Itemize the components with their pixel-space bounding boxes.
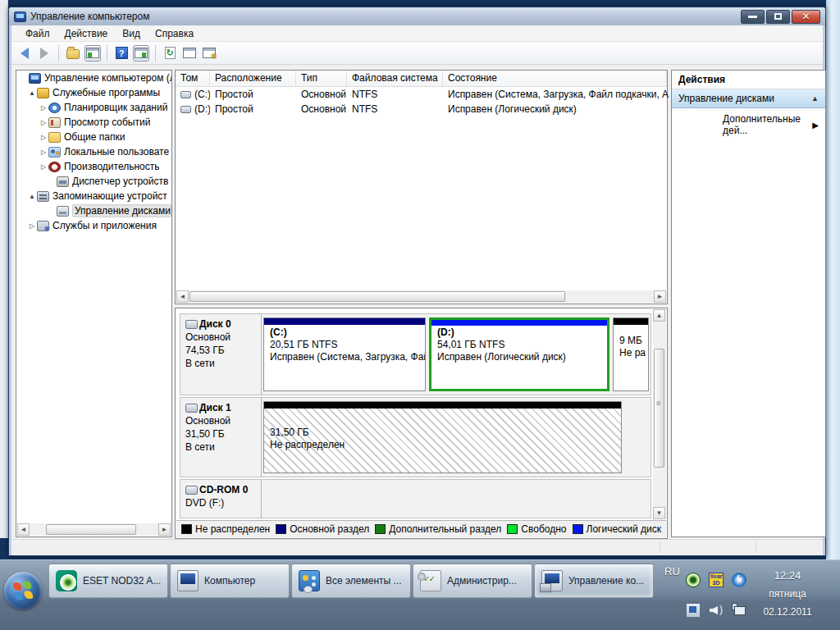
menu-help[interactable]: Справка: [148, 26, 201, 41]
expander-icon[interactable]: ▷: [39, 119, 48, 126]
column-type[interactable]: Тип: [296, 71, 347, 86]
tray-eset-icon[interactable]: [686, 573, 701, 587]
computer-icon: [29, 73, 41, 84]
partition-unallocated-9mb[interactable]: 9 МБ Не ра: [613, 317, 649, 391]
clock-icon: [48, 103, 61, 113]
expander-icon[interactable]: ▷: [39, 163, 48, 171]
tree-item-performance[interactable]: ▷ Производительность: [16, 159, 171, 174]
disk-0-label[interactable]: Диск 0 Основной 74,53 ГБ В сети: [180, 314, 262, 395]
windows-logo-icon: [13, 581, 34, 601]
legend-primary: Основной раздел: [276, 523, 369, 535]
restore-button[interactable]: [766, 10, 790, 24]
tray-lightning-icon[interactable]: ϟ: [732, 573, 746, 587]
expander-icon[interactable]: ▲: [28, 193, 36, 200]
actions-section-disk-management[interactable]: Управление дисками ▲: [672, 89, 825, 108]
disk-pane-vertical-scrollbar[interactable]: ▲ ▼: [653, 309, 666, 519]
export-list-icon[interactable]: [65, 45, 81, 62]
expander-icon[interactable]: ▷: [39, 104, 48, 112]
tray-xear3d-icon[interactable]: Xear 3D: [709, 573, 724, 587]
tree-item-device-manager[interactable]: Диспетчер устройств: [16, 174, 171, 189]
volume-row-d[interactable]: (D:) Простой Основной NTFS Исправен (Лог…: [176, 102, 667, 116]
scroll-up-icon[interactable]: ▲: [653, 309, 665, 322]
tray-graphics-icon[interactable]: [686, 603, 701, 618]
legend-logical: Логический диск: [573, 523, 662, 535]
users-icon: [48, 147, 61, 158]
toolbar: ? ↻: [11, 42, 823, 65]
disk-1-label[interactable]: Диск 1 Основной 31,50 ГБ В сети: [180, 398, 262, 477]
start-button[interactable]: [4, 572, 42, 609]
legend-swatch: [573, 524, 583, 534]
scroll-left-icon[interactable]: ◄: [17, 523, 30, 536]
scroll-down-icon[interactable]: ▼: [653, 507, 665, 519]
column-layout[interactable]: Расположение: [210, 71, 296, 86]
language-indicator[interactable]: RU: [664, 565, 680, 578]
control-panel-icon: [299, 570, 320, 591]
tree-horizontal-scrollbar[interactable]: ◄ ►: [17, 523, 171, 536]
tree-item-disk-management[interactable]: Управление дисками: [16, 203, 171, 218]
tree-item-services[interactable]: ▷ Службы и приложения: [16, 218, 171, 233]
legend-swatch: [375, 524, 386, 534]
partition-unallocated-disk1[interactable]: 31,50 ГБ Не распределен: [263, 401, 622, 473]
scrollbar-thumb[interactable]: [189, 291, 565, 302]
column-filesystem[interactable]: Файловая система: [347, 71, 443, 86]
back-arrow-icon[interactable]: [16, 45, 33, 62]
scroll-left-icon[interactable]: ◄: [176, 290, 189, 303]
taskbar-button-eset[interactable]: ESET NOD32 A...: [48, 564, 168, 598]
column-status[interactable]: Состояние: [443, 71, 667, 86]
tray-network-icon[interactable]: [732, 603, 746, 618]
help-icon[interactable]: ?: [113, 45, 130, 62]
volume-row-c[interactable]: (C:) Простой Основной NTFS Исправен (Сис…: [176, 87, 667, 102]
toolbar-separator: [107, 45, 107, 62]
menu-file[interactable]: Файл: [18, 26, 57, 41]
collapse-icon[interactable]: ▲: [811, 94, 819, 103]
show-console-tree-icon[interactable]: [84, 45, 101, 62]
taskbar-button-control-panel[interactable]: Все элементы ...: [291, 564, 411, 598]
device-manager-icon: [57, 176, 69, 187]
refresh-icon[interactable]: ↻: [162, 45, 178, 62]
partition-color-strip: [614, 318, 648, 325]
partition-d-selected[interactable]: (D:) 54,01 ГБ NTFS Исправен (Логический …: [429, 317, 609, 391]
volume-list-horizontal-scrollbar[interactable]: ◄ ►: [176, 290, 666, 303]
tree-item-task-scheduler[interactable]: ▷ Планировщик заданий: [16, 100, 171, 115]
tree-item-computer-management[interactable]: Управление компьютером (л: [16, 71, 171, 85]
taskbar-button-computer[interactable]: Компьютер: [170, 564, 290, 598]
partition-c[interactable]: (C:) 20,51 ГБ NTFS Исправен (Система, За…: [263, 317, 426, 391]
manage-icon[interactable]: [201, 45, 217, 62]
tray-volume-icon[interactable]: [709, 603, 724, 618]
menu-view[interactable]: Вид: [115, 26, 148, 41]
admin-tools-icon: [420, 570, 441, 591]
taskbar-button-computer-management[interactable]: Управление ко...: [534, 564, 654, 598]
clock-day: пятница: [748, 585, 827, 603]
show-action-pane-icon[interactable]: [133, 45, 149, 62]
expander-icon[interactable]: ▷: [28, 222, 36, 230]
scrollbar-thumb[interactable]: [46, 524, 136, 535]
disk-0-row: Диск 0 Основной 74,53 ГБ В сети (C:) 20,…: [180, 313, 651, 395]
forward-arrow-icon[interactable]: [36, 45, 52, 62]
properties-icon[interactable]: [181, 45, 198, 62]
scroll-right-icon[interactable]: ►: [654, 290, 666, 303]
tree-item-local-users[interactable]: ▷ Локальные пользовате: [16, 144, 171, 159]
disk-1-row: Диск 1 Основной 31,50 ГБ В сети 31,50 ГБ…: [180, 397, 651, 477]
column-volume[interactable]: Том: [176, 71, 210, 86]
clock-time: 12:24: [748, 567, 827, 585]
toolbar-separator: [155, 45, 156, 62]
tree-item-storage[interactable]: ▲ Запоминающие устройст: [16, 189, 171, 203]
tree-item-event-viewer[interactable]: ▷ Просмотр событий: [16, 115, 171, 130]
taskbar-clock[interactable]: 12:24 пятница 02.12.2011: [748, 567, 827, 621]
scrollbar-thumb[interactable]: [654, 349, 664, 468]
scroll-right-icon[interactable]: ►: [158, 523, 171, 536]
taskbar: ESET NOD32 A... Компьютер Все элементы .…: [0, 559, 840, 630]
title-bar[interactable]: Управление компьютером ✕: [9, 7, 825, 25]
tree-item-system-tools[interactable]: ▲ Служебные программы: [16, 85, 171, 100]
expander-icon[interactable]: ▷: [39, 134, 48, 141]
tree-item-shared-folders[interactable]: ▷ Общие папки: [16, 130, 171, 144]
expander-icon[interactable]: ▲: [28, 89, 36, 97]
cdrom-label[interactable]: CD-ROM 0 DVD (F:): [180, 480, 262, 518]
expander-icon[interactable]: ▷: [39, 148, 48, 156]
taskbar-button-admin-tools[interactable]: Администрир...: [413, 564, 532, 598]
disk-graphics-pane: Диск 0 Основной 74,53 ГБ В сети (C:) 20,…: [175, 308, 668, 539]
minimize-button[interactable]: [741, 10, 765, 24]
more-actions-item[interactable]: Дополнительные дей... ▶: [672, 108, 825, 141]
menu-action[interactable]: Действие: [57, 26, 116, 41]
close-button[interactable]: ✕: [792, 10, 820, 24]
